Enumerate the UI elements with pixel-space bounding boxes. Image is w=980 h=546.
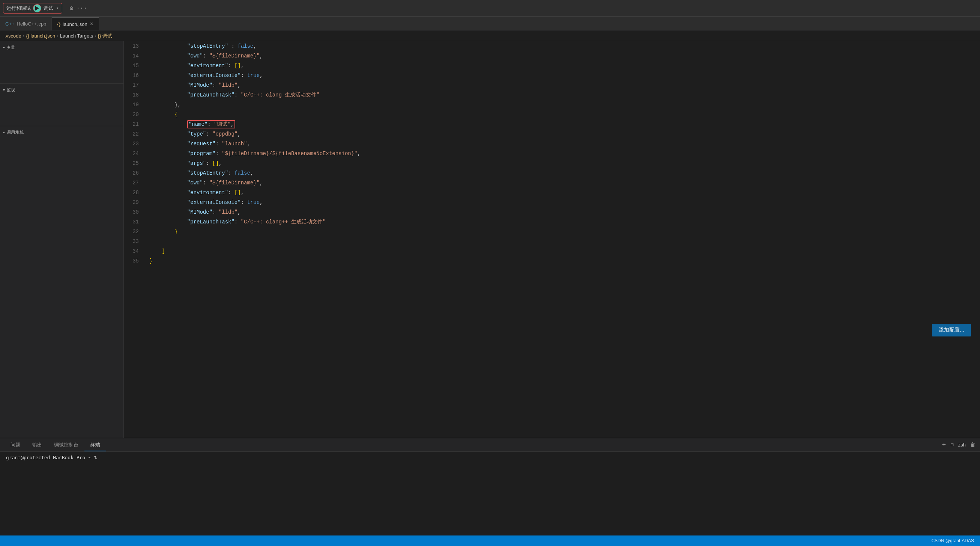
table-row: 31 "preLaunchTask": "C/C++: clang++ 生成活动… bbox=[124, 217, 980, 227]
chevron-down-icon[interactable]: ▾ bbox=[56, 6, 59, 11]
watch-header[interactable]: ▾ 监视 bbox=[0, 84, 123, 96]
line-content: "preLaunchTask": "C/C++: clang++ 生成活动文件" bbox=[146, 217, 980, 227]
line-number: 16 bbox=[124, 70, 146, 80]
terminal-content[interactable]: grant@protected MacBook Pro ~ % bbox=[0, 452, 980, 535]
table-row: 26 "stopAtEntry": false, bbox=[124, 168, 980, 178]
table-row: 32 } bbox=[124, 227, 980, 236]
table-row: 14 "cwd": "${fileDirname}", bbox=[124, 51, 980, 61]
variables-header[interactable]: ▾ 变量 bbox=[0, 41, 123, 53]
variables-section: ▾ 变量 bbox=[0, 41, 123, 84]
breadcrumb-debug[interactable]: {} 调试 bbox=[98, 33, 112, 40]
line-number: 15 bbox=[124, 61, 146, 70]
tab-launch-json[interactable]: {} launch.json ✕ bbox=[52, 17, 99, 30]
line-number: 30 bbox=[124, 207, 146, 217]
table-row: 30 "MIMode": "lldb", bbox=[124, 207, 980, 217]
tab-label-hello-cpp: HelloC++.cpp bbox=[17, 21, 46, 27]
table-row: 13 "stopAtEntry" : false, bbox=[124, 41, 980, 51]
table-row: 27 "cwd": "${fileDirname}", bbox=[124, 178, 980, 188]
line-number: 14 bbox=[124, 51, 146, 61]
cpp-file-icon: C++ bbox=[5, 21, 14, 27]
tab-label-launch-json: launch.json bbox=[63, 21, 88, 27]
line-content: "MIMode": "lldb", bbox=[146, 80, 980, 90]
line-content: "program": "${fileDirname}/${fileBasenam… bbox=[146, 149, 980, 158]
more-options-icon[interactable]: ··· bbox=[76, 5, 87, 12]
panel-tab-terminal[interactable]: 终端 bbox=[84, 439, 106, 451]
table-row: 19 }, bbox=[124, 100, 980, 110]
breadcrumb-vscode[interactable]: .vscode bbox=[5, 33, 21, 39]
variables-body bbox=[0, 53, 123, 83]
tab-close-icon[interactable]: ✕ bbox=[90, 21, 94, 27]
table-row: 15 "environment": [], bbox=[124, 61, 980, 70]
add-config-button[interactable]: 添加配置... bbox=[932, 324, 971, 337]
gear-icon[interactable]: ⚙ bbox=[70, 5, 73, 12]
line-content bbox=[146, 236, 980, 246]
breadcrumb: .vscode › {} launch.json › Launch Target… bbox=[0, 31, 980, 41]
line-number: 21 bbox=[124, 120, 146, 129]
line-number: 24 bbox=[124, 149, 146, 158]
line-number: 32 bbox=[124, 227, 146, 236]
line-content: "preLaunchTask": "C/C++: clang 生成活动文件" bbox=[146, 90, 980, 100]
table-row: 35} bbox=[124, 256, 980, 266]
new-terminal-icon[interactable]: + bbox=[942, 441, 946, 449]
line-number: 29 bbox=[124, 198, 146, 207]
panel-tab-debug-console[interactable]: 调试控制台 bbox=[48, 439, 84, 451]
watch-section: ▾ 监视 bbox=[0, 84, 123, 126]
tab-hello-cpp[interactable]: C++ HelloC++.cpp bbox=[0, 17, 52, 30]
line-number: 20 bbox=[124, 110, 146, 120]
panel-actions: + ⊡ zsh 🗑 bbox=[942, 441, 975, 449]
panel-tabs: 问题 输出 调试控制台 终端 bbox=[5, 438, 106, 451]
svg-marker-0 bbox=[35, 6, 39, 11]
panel-tab-problems[interactable]: 问题 bbox=[5, 439, 26, 451]
code-container[interactable]: 13 "stopAtEntry" : false,14 "cwd": "${fi… bbox=[124, 41, 980, 438]
line-number: 34 bbox=[124, 246, 146, 256]
variables-chevron-icon: ▾ bbox=[3, 45, 5, 49]
editor-area: 13 "stopAtEntry" : false,14 "cwd": "${fi… bbox=[124, 41, 980, 438]
line-content: "MIMode": "lldb", bbox=[146, 207, 980, 217]
table-row: 22 "type": "cppdbg", bbox=[124, 129, 980, 139]
line-number: 35 bbox=[124, 256, 146, 266]
line-content: "name": "调试", bbox=[146, 120, 980, 129]
split-terminal-icon[interactable]: ⊡ bbox=[950, 442, 953, 448]
line-number: 26 bbox=[124, 168, 146, 178]
terminal-label: zsh bbox=[958, 442, 966, 448]
code-lines: 13 "stopAtEntry" : false,14 "cwd": "${fi… bbox=[124, 41, 980, 266]
line-number: 13 bbox=[124, 41, 146, 51]
status-bar: CSDN @grant-ADAS bbox=[0, 535, 980, 546]
line-content: "cwd": "${fileDirname}", bbox=[146, 51, 980, 61]
play-button[interactable] bbox=[33, 4, 41, 13]
watch-body bbox=[0, 96, 123, 126]
table-row: 17 "MIMode": "lldb", bbox=[124, 80, 980, 90]
line-number: 18 bbox=[124, 90, 146, 100]
watch-chevron-icon: ▾ bbox=[3, 88, 5, 92]
line-content: } bbox=[146, 256, 980, 266]
line-content: "stopAtEntry" : false, bbox=[146, 41, 980, 51]
line-content: "request": "launch", bbox=[146, 139, 980, 149]
json-file-icon: {} bbox=[57, 21, 60, 27]
table-row: 16 "externalConsole": true, bbox=[124, 70, 980, 80]
line-content: "stopAtEntry": false, bbox=[146, 168, 980, 178]
line-content: { bbox=[146, 110, 980, 120]
csdn-label: CSDN @grant-ADAS bbox=[931, 538, 974, 543]
line-number: 17 bbox=[124, 80, 146, 90]
sidebar: ▾ 变量 ▾ 监视 ▾ 调用堆栈 bbox=[0, 41, 124, 438]
watch-label: 监视 bbox=[7, 87, 15, 93]
breadcrumb-launch-json[interactable]: {} launch.json bbox=[26, 33, 55, 39]
variables-label: 变量 bbox=[7, 45, 15, 50]
table-row: 29 "externalConsole": true, bbox=[124, 198, 980, 207]
line-content: "environment": [], bbox=[146, 61, 980, 70]
line-number: 28 bbox=[124, 188, 146, 198]
main-area: ▾ 变量 ▾ 监视 ▾ 调用堆栈 13 "stopAtEntry" : fals… bbox=[0, 41, 980, 438]
table-row: 24 "program": "${fileDirname}/${fileBase… bbox=[124, 149, 980, 158]
callstack-chevron-icon: ▾ bbox=[3, 130, 5, 134]
table-row: 33 bbox=[124, 236, 980, 246]
breadcrumb-launch-targets[interactable]: Launch Targets bbox=[60, 33, 94, 39]
bottom-panel: 问题 输出 调试控制台 终端 + ⊡ zsh 🗑 grant@protected… bbox=[0, 438, 980, 535]
editor-tabs: C++ HelloC++.cpp {} launch.json ✕ bbox=[0, 16, 980, 31]
line-content: "externalConsole": true, bbox=[146, 70, 980, 80]
callstack-header[interactable]: ▾ 调用堆栈 bbox=[0, 126, 123, 138]
callstack-label: 调用堆栈 bbox=[7, 129, 24, 135]
panel-tab-output[interactable]: 输出 bbox=[26, 439, 48, 451]
table-row: 34 ] bbox=[124, 246, 980, 256]
delete-terminal-icon[interactable]: 🗑 bbox=[970, 442, 975, 448]
run-debug-label: 运行和调试 bbox=[6, 5, 31, 12]
